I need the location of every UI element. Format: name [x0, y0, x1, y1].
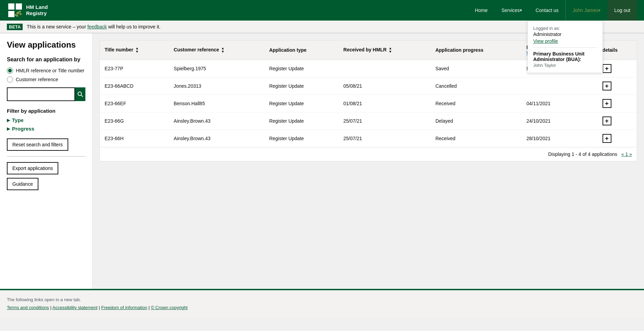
- expand-row-3-button[interactable]: +: [603, 117, 611, 125]
- nav-contact[interactable]: Contact us: [529, 0, 565, 21]
- site-header: HM Land Registry Home Services Contact u…: [0, 0, 644, 21]
- guidance-button[interactable]: Guidance: [7, 178, 38, 190]
- radio-customer[interactable]: [7, 76, 13, 83]
- expand-row-1-button[interactable]: +: [603, 82, 611, 90]
- cell-app-type-3: Register Update: [264, 112, 338, 130]
- logo-text: HM Land Registry: [26, 4, 48, 16]
- terms-link[interactable]: Terms and conditions: [7, 305, 49, 310]
- bua-name: John Taylor: [533, 63, 597, 68]
- expand-row-0-button[interactable]: +: [603, 64, 611, 73]
- cell-title-4: E23-66H: [100, 130, 169, 147]
- svg-rect-3: [16, 3, 22, 10]
- table-row: E23-66ABCD Jones.20313 Register Update 0…: [100, 77, 637, 95]
- cell-estimated-1: [522, 77, 597, 95]
- svg-point-5: [19, 11, 21, 13]
- sidebar-divider: [7, 156, 85, 157]
- svg-point-8: [16, 15, 18, 17]
- radio-hmlr-text: HMLR reference or Title number: [16, 68, 84, 73]
- foi-link[interactable]: Freedom of information: [101, 305, 147, 310]
- cell-title-0: E23-77P: [100, 60, 169, 77]
- svg-point-9: [78, 92, 82, 96]
- sort-title[interactable]: ▲▼: [135, 47, 139, 53]
- copyright-link[interactable]: © Crown copyright: [151, 305, 188, 310]
- svg-rect-1: [8, 3, 14, 10]
- sort-customer[interactable]: ▲▼: [221, 47, 225, 53]
- radio-hmlr-label[interactable]: HMLR reference or Title number: [7, 68, 85, 74]
- cell-progress-3: Delayed: [431, 112, 522, 130]
- cell-progress-4: Received: [431, 130, 522, 147]
- logo-icon: [7, 2, 23, 19]
- col-title-number[interactable]: Title number ▲▼: [100, 40, 169, 60]
- nav-services[interactable]: Services: [494, 0, 529, 21]
- radio-group: HMLR reference or Title number Customer …: [7, 68, 85, 83]
- svg-rect-2: [8, 11, 14, 17]
- logout-button[interactable]: Log out: [607, 0, 637, 21]
- cell-progress-1: Cancelled: [431, 77, 522, 95]
- search-input[interactable]: [7, 87, 75, 101]
- cell-progress-0: Saved: [431, 60, 522, 77]
- cell-received-0: [338, 60, 430, 77]
- filter-type-arrow: ▶: [7, 118, 10, 123]
- cell-customer-0: Spielberg.1975: [169, 60, 264, 77]
- cell-expand-3[interactable]: +: [598, 112, 637, 130]
- cell-expand-1[interactable]: +: [598, 77, 637, 95]
- expand-row-2-button[interactable]: +: [603, 99, 611, 108]
- cell-expand-0[interactable]: +: [598, 60, 637, 77]
- cell-customer-3: Ainsley.Brown.43: [169, 112, 264, 130]
- beta-message-end: will help us to improve it.: [107, 24, 160, 29]
- search-button[interactable]: [75, 87, 85, 101]
- page-title: View applications: [7, 40, 85, 50]
- footer-sep3: |: [148, 305, 151, 310]
- search-heading: Search for an application by: [7, 57, 85, 63]
- sidebar: View applications Search for an applicat…: [0, 33, 93, 289]
- cell-expand-4[interactable]: +: [598, 130, 637, 147]
- col-customer-ref[interactable]: Customer reference ▲▼: [169, 40, 264, 60]
- cell-app-type-4: Register Update: [264, 130, 338, 147]
- reset-button[interactable]: Reset search and filters: [7, 138, 68, 151]
- radio-hmlr[interactable]: [7, 68, 13, 74]
- cell-app-type-0: Register Update: [264, 60, 338, 77]
- site-footer: The following links open in a new tab. T…: [0, 289, 644, 317]
- cell-received-4: 25/07/21: [338, 130, 430, 147]
- radio-customer-label[interactable]: Customer reference: [7, 76, 85, 83]
- expand-row-4-button[interactable]: +: [603, 134, 611, 143]
- filter-section: Filter by application ▶ Type ▶ Progress: [7, 108, 85, 132]
- cell-customer-4: Ainsley.Brown.43: [169, 130, 264, 147]
- user-menu-toggle[interactable]: John James: [565, 0, 607, 21]
- nav-home[interactable]: Home: [468, 0, 494, 21]
- cell-expand-2[interactable]: +: [598, 95, 637, 112]
- bua-label: Primary Business Unit Administrator (BUA…: [533, 51, 597, 62]
- cell-received-2: 01/08/21: [338, 95, 430, 112]
- search-row: [7, 87, 85, 101]
- cell-app-type-2: Register Update: [264, 95, 338, 112]
- cell-title-3: E23-66G: [100, 112, 169, 130]
- cell-progress-2: Received: [431, 95, 522, 112]
- admin-role-label: Administrator: [533, 32, 597, 37]
- dropdown-divider: [533, 47, 597, 48]
- svg-point-4: [16, 12, 19, 14]
- filter-progress[interactable]: ▶ Progress: [7, 126, 85, 132]
- view-profile-link[interactable]: View profile: [533, 38, 558, 44]
- search-icon: [77, 91, 83, 97]
- site-logo[interactable]: HM Land Registry: [7, 2, 48, 19]
- table-row: E23-66EF Benson.Hall85 Register Update 0…: [100, 95, 637, 112]
- cell-title-2: E23-66EF: [100, 95, 169, 112]
- cell-customer-1: Jones.20313: [169, 77, 264, 95]
- cell-estimated-3: 24/10/2021: [522, 112, 597, 130]
- cell-title-1: E23-66ABCD: [100, 77, 169, 95]
- cell-app-type-1: Register Update: [264, 77, 338, 95]
- accessibility-link[interactable]: Accessibility statement: [52, 305, 98, 310]
- feedback-link[interactable]: feedback: [87, 24, 107, 29]
- export-button[interactable]: Export applications: [7, 162, 58, 174]
- col-details: details: [598, 40, 637, 60]
- col-received[interactable]: Received by HMLR ▲▼: [338, 40, 430, 60]
- filter-heading: Filter by application: [7, 108, 85, 114]
- col-app-type: Application type: [264, 40, 338, 60]
- pagination-pages[interactable]: « 1 »: [621, 151, 632, 157]
- sort-received[interactable]: ▲▼: [389, 47, 392, 53]
- filter-type[interactable]: ▶ Type: [7, 117, 85, 123]
- pagination: Displaying 1 - 4 of 4 applications « 1 »: [100, 147, 637, 161]
- table-row: E23-66H Ainsley.Brown.43 Register Update…: [100, 130, 637, 147]
- cell-customer-2: Benson.Hall85: [169, 95, 264, 112]
- radio-customer-text: Customer reference: [16, 77, 58, 82]
